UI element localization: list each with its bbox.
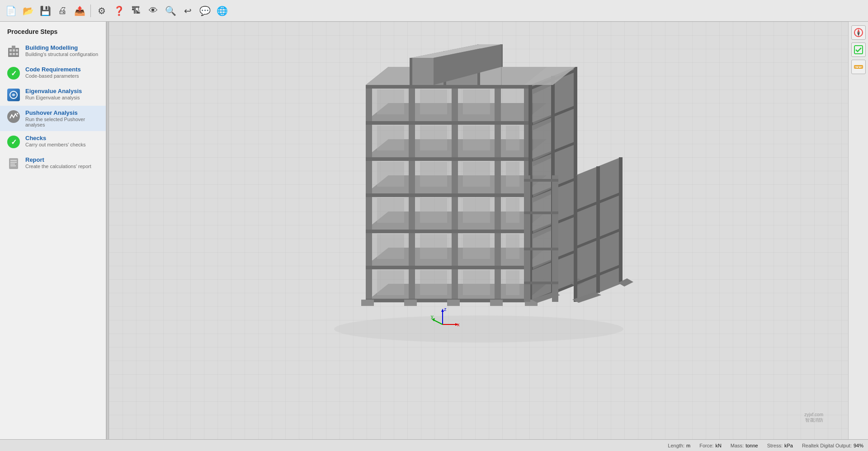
status-force-label: Force: — [699, 443, 713, 448]
report-label: Report — [25, 156, 91, 163]
search-button[interactable]: 🔍 — [162, 3, 179, 19]
svg-text:y: y — [431, 314, 434, 319]
svg-rect-63 — [506, 126, 519, 150]
status-mass-value: tonne — [745, 443, 758, 448]
svg-rect-47 — [506, 270, 519, 295]
status-audio-label: Realtek Digital Output: — [802, 443, 852, 448]
eigenvalue-analysis-icon — [6, 88, 21, 102]
toolbar: 📄 📂 💾 🖨 📤 ⚙ ❓ 🏗 👁 🔍 ↩ 💬 🌐 — [0, 0, 868, 22]
right-panel — [848, 22, 868, 439]
undo-button[interactable]: ↩ — [179, 3, 196, 19]
svg-rect-46 — [463, 270, 490, 295]
print-button[interactable]: 🖨 — [54, 3, 71, 19]
svg-rect-59 — [506, 162, 519, 187]
svg-rect-40 — [366, 193, 530, 197]
svg-point-129 — [858, 32, 859, 33]
sidebar-item-checks[interactable]: ✓ Checks Carry out members' checks — [0, 131, 106, 153]
report-icon — [6, 156, 21, 171]
svg-rect-14 — [10, 164, 15, 164]
sidebar-item-eigenvalue-analysis[interactable]: Eigenvalue Analysis Run Eigenvalue analy… — [0, 84, 106, 106]
status-force: Force: kN — [699, 443, 722, 448]
svg-rect-106 — [524, 179, 558, 182]
svg-rect-56 — [377, 162, 404, 187]
status-audio: Realtek Digital Output: 94% — [802, 443, 863, 448]
checks-icon: ✓ — [6, 135, 21, 149]
report-text: Report Create the calculations' report — [25, 156, 91, 169]
svg-rect-37 — [366, 85, 530, 89]
new-button[interactable]: 📄 — [3, 3, 19, 19]
building-modelling-text: Building Modelling Building's structural… — [25, 44, 98, 57]
svg-rect-3 — [16, 49, 18, 52]
pushover-analysis-label: Pushover Analysis — [25, 109, 99, 116]
eigenvalue-analysis-text: Eigenvalue Analysis Run Eigenvalue analy… — [25, 88, 82, 100]
view-button[interactable]: 👁 — [145, 3, 161, 19]
save-button[interactable]: 💾 — [37, 3, 53, 19]
code-check-circle: ✓ — [7, 67, 20, 80]
svg-rect-7 — [12, 46, 15, 49]
eigenvalue-analysis-label: Eigenvalue Analysis — [25, 88, 82, 94]
status-length: Length: m — [668, 443, 690, 448]
svg-text:z: z — [444, 306, 447, 312]
message-button[interactable]: 💬 — [197, 3, 213, 19]
sidebar-item-report[interactable]: Report Create the calculations' report — [0, 153, 106, 174]
svg-text:x: x — [457, 322, 460, 327]
svg-rect-52 — [377, 198, 404, 223]
status-mass: Mass: tonne — [731, 443, 758, 448]
svg-rect-44 — [377, 270, 404, 295]
svg-rect-15 — [10, 165, 16, 166]
code-requirements-label: Code Requirements — [25, 66, 81, 73]
sidebar-item-building-modelling[interactable]: Building Modelling Building's structural… — [0, 41, 106, 62]
svg-rect-2 — [13, 49, 15, 52]
pushover-analysis-text: Pushover Analysis Run the selected Pusho… — [25, 109, 99, 127]
eigenvalue-analysis-sub: Run Eigenvalue analysis — [25, 95, 82, 100]
viewport[interactable]: x y z zyjxf.com 智晟消防 — [109, 22, 848, 439]
ruler-button[interactable] — [851, 60, 866, 74]
svg-rect-53 — [420, 198, 447, 223]
building-modelling-icon — [6, 44, 21, 59]
open-button[interactable]: 📂 — [20, 3, 36, 19]
svg-rect-90 — [490, 300, 503, 306]
svg-rect-45 — [420, 270, 447, 295]
svg-rect-57 — [420, 162, 447, 187]
status-mass-label: Mass: — [731, 443, 744, 448]
svg-rect-130 — [854, 46, 863, 54]
report-sub: Create the calculations' report — [25, 164, 91, 169]
svg-point-19 — [334, 315, 623, 343]
svg-rect-58 — [463, 162, 490, 187]
svg-rect-41 — [366, 230, 530, 233]
svg-rect-60 — [377, 126, 404, 150]
sidebar-item-code-requirements[interactable]: ✓ Code Requirements Code-based parameter… — [0, 62, 106, 84]
svg-rect-12 — [10, 160, 17, 161]
svg-rect-38 — [366, 121, 530, 125]
sidebar-title: Procedure Steps — [0, 26, 106, 41]
separator-1 — [90, 5, 91, 17]
svg-rect-1 — [9, 49, 12, 52]
svg-rect-13 — [10, 162, 17, 163]
svg-rect-87 — [361, 300, 374, 306]
svg-rect-50 — [463, 234, 490, 259]
building-modelling-sub: Building's structural configuration — [25, 52, 98, 57]
pushover-analysis-icon — [6, 109, 21, 124]
check-view-button[interactable] — [851, 42, 866, 57]
status-force-value: kN — [715, 443, 721, 448]
settings-button[interactable]: ⚙ — [94, 3, 110, 19]
svg-rect-42 — [366, 266, 530, 269]
svg-rect-6 — [16, 53, 18, 55]
status-stress-label: Stress: — [767, 443, 783, 448]
svg-rect-109 — [524, 282, 558, 284]
help-button[interactable]: ❓ — [111, 3, 127, 19]
code-requirements-text: Code Requirements Code-based parameters — [25, 66, 81, 79]
model-button[interactable]: 🏗 — [128, 3, 144, 19]
sidebar: Procedure Steps Building Modelling Build… — [0, 22, 106, 439]
export-button[interactable]: 📤 — [71, 3, 88, 19]
svg-rect-4 — [9, 53, 12, 55]
watermark: zyjxf.com 智晟消防 — [804, 412, 823, 423]
svg-rect-65 — [420, 89, 447, 114]
globe-button[interactable]: 🌐 — [214, 3, 230, 19]
svg-rect-49 — [420, 234, 447, 259]
sidebar-item-pushover-analysis[interactable]: Pushover Analysis Run the selected Pusho… — [0, 106, 106, 131]
svg-rect-107 — [524, 211, 558, 214]
main-area: Procedure Steps Building Modelling Build… — [0, 22, 868, 439]
compass-button[interactable] — [851, 25, 866, 40]
svg-rect-61 — [420, 126, 447, 150]
